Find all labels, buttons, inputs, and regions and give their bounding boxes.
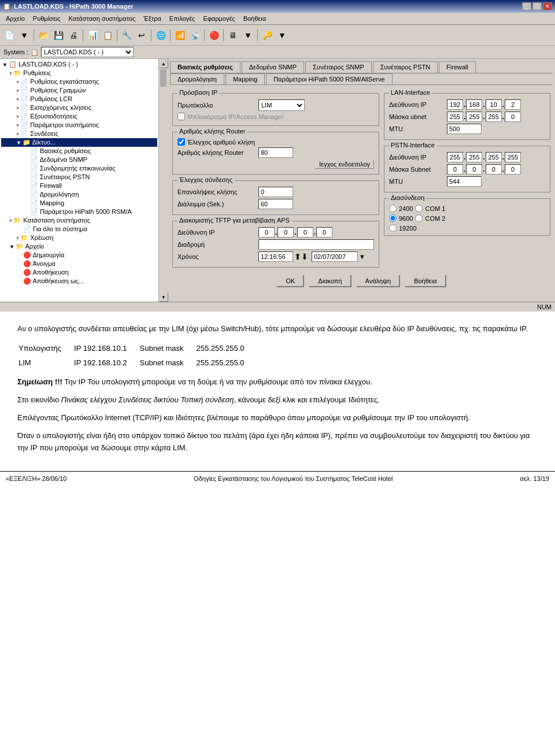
lan-mask-3[interactable]	[486, 112, 502, 122]
lan-mtu-input[interactable]	[447, 124, 482, 134]
toolbar-print[interactable]: 🖨	[66, 28, 80, 42]
tree-item-all-system[interactable]: 📄 Για όλο το σύστημα	[1, 225, 157, 234]
tree-item-archive[interactable]: ▼📁 Αρχείο	[1, 242, 157, 251]
menu-options[interactable]: Επιλογές	[166, 14, 199, 23]
tree-item-auth[interactable]: +📄 Εξουσιοδοτήσεις	[1, 112, 157, 121]
toolbar-btn8[interactable]: 🖥	[226, 28, 240, 42]
lan-ip-1[interactable]	[447, 99, 463, 110]
toolbar-btn5[interactable]: 📶	[173, 28, 187, 42]
tree-item-billing[interactable]: +📁 Χρέωση	[1, 234, 157, 242]
lan-ip-4[interactable]	[505, 99, 521, 110]
tftp-ip-4[interactable]	[316, 227, 332, 238]
check-num-checkbox[interactable]	[177, 138, 185, 146]
conn-19200-radio[interactable]	[389, 224, 397, 232]
tree-item-routing[interactable]: 📄 Δρομολόγηση	[1, 190, 157, 199]
toolbar-dropdown1[interactable]: ▼	[17, 28, 31, 42]
ip-access-checkbox[interactable]	[177, 113, 185, 120]
pstn-ip-4[interactable]	[505, 152, 521, 162]
tree-item-incoming[interactable]: +📄 Εισερχόμενες κλήσεις	[1, 103, 157, 112]
menu-file[interactable]: Αρχείο	[2, 14, 28, 23]
close-button[interactable]: ✕	[543, 2, 552, 10]
tree-item-subscriber[interactable]: 📄 Συνδρομητής επικοινωνίας	[1, 164, 157, 173]
toolbar-dropdown2[interactable]: ▼	[241, 28, 255, 42]
tree-item-firewall[interactable]: 📄 Firewall	[1, 181, 157, 190]
toolbar-btn9[interactable]: 🔑	[260, 28, 274, 42]
tab-basic[interactable]: Βασικές ρυθμίσεις	[170, 61, 240, 73]
toolbar-btn1[interactable]: 📊	[86, 28, 99, 42]
lan-mask-2[interactable]	[466, 112, 482, 122]
tree-item-settings[interactable]: +📁 Ρυθμίσεις	[1, 69, 157, 77]
tftp-ip-2[interactable]	[278, 227, 294, 238]
router-num-input[interactable]	[258, 147, 293, 158]
toolbar-btn2[interactable]: 📋	[101, 28, 114, 42]
tab-routing[interactable]: Δρομολόγηση	[170, 73, 224, 84]
menu-settings[interactable]: Ρυθμίσεις	[29, 14, 64, 23]
tree-item-pstn-partner[interactable]: 📄 Συνέταιρος PSTN	[1, 173, 157, 181]
menu-help[interactable]: Βοήθεια	[240, 14, 269, 23]
pstn-ip-3[interactable]	[486, 152, 502, 162]
toolbar-btn7[interactable]: 🔴	[207, 28, 221, 42]
conn-com2-radio[interactable]	[415, 214, 423, 222]
tab-snmp-data[interactable]: Δεδομένα SNMP	[242, 61, 304, 73]
tree-item-network[interactable]: ▼📁 Δίκτυο...	[1, 138, 157, 147]
tree-item-mapping[interactable]: 📄 Mapping	[1, 199, 157, 207]
pstn-mask-4[interactable]	[505, 164, 521, 175]
date-dropdown[interactable]: ▼	[359, 253, 365, 260]
toolbar-dropdown3[interactable]: ▼	[275, 28, 289, 42]
pstn-mask-1[interactable]	[447, 164, 463, 175]
help-button[interactable]: Βοήθεια	[405, 275, 446, 287]
conn-com1-radio[interactable]	[415, 205, 423, 212]
tftp-ip-1[interactable]	[258, 227, 275, 238]
tftp-ip-3[interactable]	[297, 227, 313, 238]
ok-button[interactable]: OK	[276, 275, 304, 287]
tree-item-system-status[interactable]: +📁 Κατάσταση συστήματος	[1, 216, 157, 225]
lan-mask-4[interactable]	[505, 112, 521, 122]
tftp-date-input[interactable]	[312, 251, 358, 262]
tree-item-sysparams[interactable]: +📄 Παράμετροι συστήματος	[1, 121, 157, 129]
toolbar-open[interactable]: 📂	[36, 28, 50, 42]
system-selector[interactable]: LASTLOAD.KDS ( - )	[41, 47, 134, 57]
lan-ip-3[interactable]	[486, 99, 502, 110]
tftp-time-input[interactable]	[258, 251, 293, 262]
tree-item-save[interactable]: 🔴 Αποθήκευση	[1, 268, 157, 277]
tree-item-connections[interactable]: +📄 Συνδέσεις	[1, 129, 157, 138]
tree-item-lines[interactable]: +📄 Ρυθμίσεις Γραμμών	[1, 86, 157, 95]
tree-scrollbar[interactable]: ▲ ▼	[158, 59, 168, 302]
menu-extra[interactable]: Έξτρα	[140, 14, 165, 23]
scroll-down[interactable]: ▼	[159, 292, 168, 302]
lan-mask-1[interactable]	[447, 112, 463, 122]
tab-hipath5000[interactable]: Παράμετροι HiPath 5000 RSM/AllServe	[266, 73, 392, 84]
toolbar-save[interactable]: 💾	[51, 28, 65, 42]
verify-button[interactable]: Ιεγχος ενδοεπιλογ	[315, 160, 374, 169]
maximize-button[interactable]: □	[532, 2, 542, 10]
tftp-route-input[interactable]	[258, 239, 374, 250]
tab-firewall[interactable]: Firewall	[439, 61, 476, 73]
tab-mapping[interactable]: Mapping	[225, 73, 265, 84]
retries-input[interactable]	[258, 187, 293, 197]
tree-item-hipath5000[interactable]: 📄 Παράμετροι HiPath 5000 RSM/A	[1, 207, 157, 216]
tree-item-install[interactable]: +📄 Ρυθμίσεις εγκατάστασης	[1, 77, 157, 86]
title-bar-controls[interactable]: _ □ ✕	[522, 2, 552, 10]
toolbar-btn6[interactable]: 📡	[188, 28, 202, 42]
tree-item-save-as[interactable]: 🔴 Αποθήκευση ως...	[1, 277, 157, 286]
tab-snmp-partner[interactable]: Συνέταιρος SNMP	[305, 61, 372, 73]
interval-input[interactable]	[258, 199, 293, 209]
tab-pstn-partner[interactable]: Συνέταιρος PSTN	[373, 61, 438, 73]
toolbar-btn4[interactable]: ↩	[135, 28, 149, 42]
tree-item-create[interactable]: 🔴 Δημιουργία	[1, 251, 157, 260]
toolbar-btn3[interactable]: 🔧	[120, 28, 134, 42]
tree-item-snmp-data[interactable]: 📄 Δεδομένα SNMP	[1, 155, 157, 164]
lan-ip-2[interactable]	[466, 99, 482, 110]
tree-item-open[interactable]: 🔴 Άνοιγμα	[1, 260, 157, 268]
toolbar-new[interactable]: 📄	[2, 28, 16, 42]
scroll-thumb[interactable]	[160, 69, 166, 87]
pstn-ip-2[interactable]	[466, 152, 482, 162]
pstn-mask-2[interactable]	[466, 164, 482, 175]
tree-item-root[interactable]: ▼📋 LASTLOAD.KDS ( - )	[1, 60, 157, 69]
menu-system-status[interactable]: Κατάσταση συστήματος	[65, 14, 139, 23]
pstn-mtu-input[interactable]	[447, 176, 482, 187]
refresh-button[interactable]: Ανάληψη	[356, 275, 401, 287]
tree-item-lcr[interactable]: +📄 Ρυθμίσεις LCR	[1, 95, 157, 103]
minimize-button[interactable]: _	[522, 2, 531, 10]
conn-2400-radio[interactable]	[389, 205, 397, 212]
